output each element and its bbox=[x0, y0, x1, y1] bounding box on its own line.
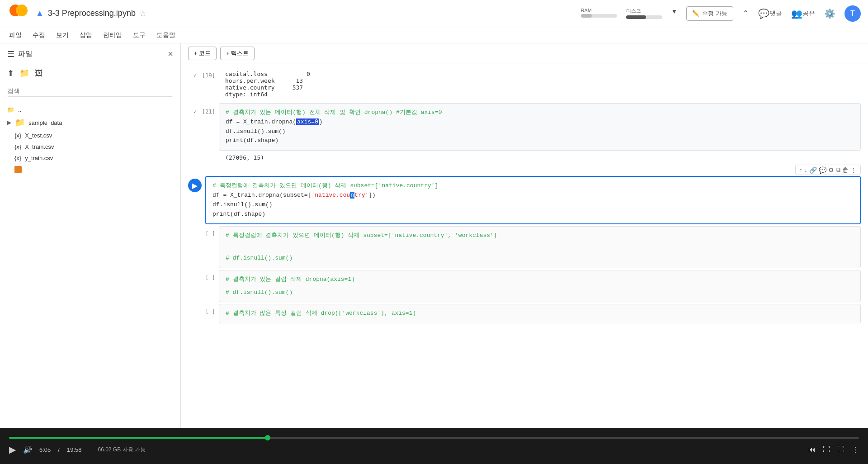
share-button[interactable]: 👥 공유 bbox=[791, 8, 815, 19]
upload-image-icon[interactable]: 🖼 bbox=[35, 69, 43, 78]
file-title: ▲ 3-3 Preprocessing.ipynb ☆ bbox=[35, 8, 146, 19]
sidebar-title: 파일 bbox=[18, 49, 33, 59]
link-icon[interactable]: 🔗 bbox=[809, 166, 817, 174]
menu-runtime[interactable]: 런타임 bbox=[103, 29, 122, 41]
share-icon: 👥 bbox=[791, 8, 802, 19]
rewind-button[interactable]: ⏮ bbox=[808, 445, 816, 454]
check-icon-21: ✓ bbox=[193, 108, 197, 115]
menu-edit[interactable]: 수정 bbox=[33, 29, 45, 41]
cell-21: ✓ [21] # 결측치가 있는 데이터(행) 전체 삭제 및 확인 dropn… bbox=[188, 103, 861, 163]
cell-empty-1-num: [ ] bbox=[188, 226, 215, 237]
menu-insert[interactable]: 삽입 bbox=[80, 29, 92, 41]
x-train-icon: {x} bbox=[14, 143, 21, 150]
video-controls: ▶ 🔊 6:05 / 19:58 66.02 GB 사용 가능 ⏮ ⛶ ⛶ ⋮ bbox=[9, 444, 859, 455]
sidebar-menu-icon[interactable]: ☰ bbox=[7, 49, 14, 59]
file-tree-parent[interactable]: 📁 .. bbox=[0, 104, 180, 115]
search-input[interactable] bbox=[7, 85, 173, 97]
fullscreen-button[interactable]: ⛶ bbox=[837, 445, 844, 454]
active-code-cell[interactable]: # 특정컬럼에 결측치가 있으면 데이터(행) 삭제 subset=['nati… bbox=[205, 176, 861, 224]
folder-expand-icon: ▶ bbox=[7, 119, 11, 126]
storage-info: 66.02 GB 사용 가능 bbox=[98, 446, 145, 454]
cell-21-line1: df = X_train.dropna(axis=0) bbox=[226, 118, 854, 127]
folder-icon: 📁 bbox=[15, 118, 25, 128]
menu-file[interactable]: 파일 bbox=[9, 29, 22, 41]
file-tree-y-train[interactable]: {x} y_train.csv bbox=[0, 152, 180, 164]
menu-tools[interactable]: 도구 bbox=[133, 29, 146, 41]
output-line-1: capital.loss 0 bbox=[225, 71, 854, 77]
resource-monitor: RAM 디스크 ▼ bbox=[581, 8, 678, 19]
top-bar: CO ▲ 3-3 Preprocessing.ipynb ☆ RAM 디스크 ▼… bbox=[0, 0, 868, 27]
run-cell-button[interactable]: ▶ bbox=[188, 179, 202, 192]
cell-empty-1-subcomment bbox=[226, 244, 854, 254]
disk-label: 디스크 bbox=[626, 8, 641, 14]
file-tree-sample-data[interactable]: ▶ 📁 sample_data bbox=[0, 115, 180, 130]
video-progress-dot bbox=[265, 435, 270, 440]
svg-text:CO: CO bbox=[11, 22, 24, 24]
star-icon: ☆ bbox=[139, 9, 146, 19]
cell-empty-3-code[interactable]: # 결측치가 많은 특정 컬럼 삭제 drop(['workclass'], a… bbox=[219, 304, 861, 323]
video-progress-bar[interactable] bbox=[9, 437, 859, 439]
output-line-4: dtype: int64 bbox=[225, 91, 854, 98]
x-train-name: X_train.csv bbox=[25, 143, 54, 150]
text-cursor: n bbox=[350, 192, 354, 199]
delete-cell-icon[interactable]: 🗑 bbox=[842, 166, 849, 174]
file-tree-orange[interactable] bbox=[0, 164, 180, 175]
settings-button[interactable]: ⚙️ bbox=[824, 8, 835, 19]
comment-button[interactable]: 💬 댓글 bbox=[758, 8, 782, 19]
add-code-button[interactable]: + 코드 bbox=[188, 47, 217, 60]
cell-19-output: capital.loss 0 hours.per.week 13 native.… bbox=[219, 67, 861, 101]
drive-icon: ▲ bbox=[35, 8, 44, 19]
comment-cell-icon[interactable]: 💬 bbox=[819, 166, 826, 174]
cell-19-num: ✓ [19] bbox=[188, 67, 215, 79]
cell-empty-3-row: [ ] # 결측치가 많은 특정 컬럼 삭제 drop(['workclass'… bbox=[188, 304, 861, 323]
active-line3: print(df.shape) bbox=[212, 210, 854, 219]
collapse-icon[interactable]: ⌃ bbox=[742, 9, 749, 19]
cell-19: ✓ [19] capital.loss 0 hours.per.week 13 … bbox=[188, 67, 861, 101]
cell-empty-2-code[interactable]: # 결측치가 있는 컬럼 삭제 dropna(axis=1) # df.isnu… bbox=[219, 270, 861, 303]
sidebar-header: ☰ 파일 × bbox=[0, 43, 180, 65]
cell-21-row: ✓ [21] # 결측치가 있는 데이터(행) 전체 삭제 및 확인 dropn… bbox=[188, 103, 861, 151]
time-total: 19:58 bbox=[67, 446, 82, 453]
cell-empty-1-comment: # 특정컬럼에 결측치가 있으면 데이터(행) 삭제 subset=['nati… bbox=[226, 231, 854, 241]
orange-box-icon bbox=[14, 166, 22, 173]
expand-resource-btn[interactable]: ▼ bbox=[671, 8, 678, 19]
cell-empty-1-code[interactable]: # 특정컬럼에 결측치가 있으면 데이터(행) 삭제 subset=['nati… bbox=[219, 226, 861, 268]
cell-21-code[interactable]: # 결측치가 있는 데이터(행) 전체 삭제 및 확인 dropna() #기본… bbox=[219, 103, 861, 151]
comment-icon: 💬 bbox=[758, 8, 769, 19]
add-text-button[interactable]: + 텍스트 bbox=[220, 47, 255, 60]
move-down-icon[interactable]: ↓ bbox=[804, 166, 807, 174]
x-test-name: X_test.csv bbox=[25, 132, 52, 139]
file-tree-x-train[interactable]: {x} X_train.csv bbox=[0, 141, 180, 152]
check-icon-19: ✓ bbox=[193, 71, 197, 79]
cell-21-line2: df.isnull().sum() bbox=[226, 127, 854, 137]
ram-bar bbox=[581, 14, 617, 18]
more-video-icon[interactable]: ⋮ bbox=[852, 445, 859, 454]
move-up-icon[interactable]: ↑ bbox=[799, 166, 802, 174]
play-pause-button[interactable]: ▶ bbox=[9, 444, 16, 455]
sidebar-search-area bbox=[0, 82, 180, 100]
file-tree-x-test[interactable]: {x} X_test.csv bbox=[0, 130, 180, 141]
y-train-name: y_train.csv bbox=[25, 155, 53, 161]
notebook-toolbar: + 코드 + 텍스트 bbox=[181, 43, 868, 63]
cell-21-output-text: (27096, 15) bbox=[219, 152, 270, 163]
logo: CO bbox=[7, 2, 30, 25]
more-cell-icon[interactable]: ⋮ bbox=[850, 166, 857, 174]
upload-file-icon[interactable]: ⬆ bbox=[7, 68, 14, 78]
active-cell-toolbar: ↑ ↓ 🔗 💬 ⚙ ⧉ 🗑 ⋮ bbox=[188, 165, 861, 175]
sidebar-close-button[interactable]: × bbox=[168, 49, 173, 59]
volume-button[interactable]: 🔊 bbox=[23, 445, 32, 454]
user-avatar[interactable]: T bbox=[844, 5, 861, 22]
cell-empty-2-subline: # df.isnull().sum() bbox=[226, 288, 854, 298]
video-bar: ▶ 🔊 6:05 / 19:58 66.02 GB 사용 가능 ⏮ ⛶ ⛶ ⋮ bbox=[0, 428, 868, 464]
disk-bar bbox=[626, 15, 662, 19]
copy-cell-icon[interactable]: ⧉ bbox=[836, 166, 840, 174]
edit-label: 수정 가능 bbox=[702, 9, 727, 18]
active-line1: df = X_train.dropna(subset=['native.coun… bbox=[212, 191, 854, 200]
pip-button[interactable]: ⛶ bbox=[823, 445, 830, 454]
settings-cell-icon[interactable]: ⚙ bbox=[828, 166, 834, 174]
menu-help[interactable]: 도움말 bbox=[156, 29, 175, 41]
menu-view[interactable]: 보기 bbox=[56, 29, 69, 41]
upload-folder-icon[interactable]: 📁 bbox=[19, 68, 29, 78]
cell-empty-2-num: [ ] bbox=[188, 270, 215, 281]
edit-mode-button[interactable]: ✏️ 수정 가능 bbox=[686, 6, 733, 21]
